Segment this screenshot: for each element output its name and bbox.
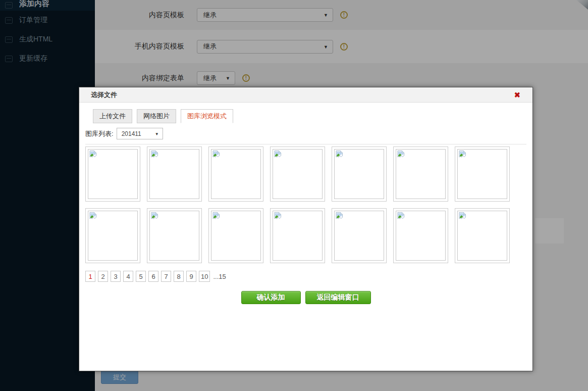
thumbnail-frame [211,149,261,199]
thumbnail-frame [457,149,507,199]
gallery-thumbnail[interactable] [147,146,202,202]
gallery-thumbnail[interactable] [208,208,263,263]
page-number-label: 10 [201,273,208,280]
page-root: 添加内容 订单管理 生成HTML 更新缓存 内容页模板 [0,0,588,391]
page-number-label: 3 [114,273,117,280]
gallery-thumbnail[interactable] [332,146,387,202]
back-to-editor-button[interactable]: 返回编辑窗口 [305,291,371,304]
dialog-body: 上传文件 网络图片 图库浏览模式 图库列表: 201411 ▼ [79,103,532,310]
gallery-thumbnail[interactable] [455,208,510,263]
gallery-selected-value: 201411 [122,130,141,137]
broken-image-icon [397,212,404,220]
broken-image-icon [274,151,281,158]
broken-image-icon [89,212,96,220]
page-number-button[interactable]: 4 [123,271,133,282]
pagination-more-link[interactable]: ...15 [213,273,226,280]
page-number-label: 7 [164,273,168,280]
page-number-button[interactable]: 8 [174,271,184,282]
select-file-dialog: 选择文件 ✖ 上传文件 网络图片 图库浏览模式 [79,87,533,371]
broken-image-icon [151,212,158,220]
page-number-button[interactable]: 9 [186,271,196,282]
dialog-title: 选择文件 [79,90,117,100]
dialog-tabs: 上传文件 网络图片 图库浏览模式 [93,109,526,123]
page-number-button[interactable]: 7 [161,271,171,282]
page-number-label: 2 [101,273,104,280]
gallery-thumbnail[interactable] [332,208,387,263]
chevron-down-icon: ▼ [155,132,159,136]
gallery-thumbnail[interactable] [270,208,325,263]
dialog-actions: 确认添加 返回编辑窗口 [85,291,526,304]
thumbnail-grid-row-1 [85,146,526,202]
thumbnail-frame [334,149,384,199]
thumbnail-frame [149,149,199,199]
gallery-thumbnail[interactable] [455,146,510,202]
thumbnail-grid-row-2 [85,208,526,263]
pagination: 1 2 3 4 [85,271,526,282]
broken-image-icon [459,151,466,158]
page-number-label: 8 [177,273,180,280]
gallery-thumbnail[interactable] [208,146,263,202]
broken-image-icon [336,212,343,220]
page-number-label: 9 [189,273,193,280]
thumbnail-frame [273,149,323,199]
gallery-thumbnail[interactable] [270,146,325,202]
broken-image-icon [397,151,404,158]
page-number-button[interactable]: 5 [136,271,146,282]
page-number-label: 6 [151,273,155,280]
page-number-button[interactable]: 10 [199,271,210,282]
broken-image-icon [151,151,158,158]
page-number-label: 4 [126,273,130,280]
broken-image-icon [459,212,466,220]
page-number-button[interactable]: 1 [85,271,95,282]
thumbnail-frame [149,211,199,261]
confirm-add-button[interactable]: 确认添加 [241,291,301,304]
gallery-list-row: 图库列表: 201411 ▼ [85,128,526,144]
thumbnail-frame [396,211,446,261]
tab-label: 图库浏览模式 [187,112,227,120]
broken-image-icon [336,151,343,158]
thumbnail-frame [88,149,138,199]
page-number-button[interactable]: 2 [98,271,108,282]
thumbnail-frame [211,211,261,261]
gallery-list-label: 图库列表: [85,129,114,138]
dialog-tab[interactable]: 网络图片 [137,109,176,123]
tab-label: 上传文件 [99,112,126,120]
thumbnail-frame [396,149,446,199]
thumbnail-frame [88,211,138,261]
broken-image-icon [212,151,220,158]
thumbnail-frame [457,211,507,261]
page-number-label: 1 [88,273,92,280]
dialog-tab[interactable]: 图库浏览模式 [181,109,233,123]
gallery-list-select[interactable]: 201411 ▼ [117,128,163,139]
gallery-thumbnail[interactable] [393,146,448,202]
page-number-button[interactable]: 3 [111,271,121,282]
gallery-thumbnail[interactable] [85,146,140,202]
thumbnail-frame [334,211,384,261]
thumbnail-frame [273,211,323,261]
dialog-tab[interactable]: 上传文件 [93,109,132,123]
gallery-thumbnail[interactable] [393,208,448,263]
dialog-header: 选择文件 [79,87,532,103]
broken-image-icon [274,212,281,220]
close-icon[interactable]: ✖ [514,90,520,100]
gallery-thumbnail[interactable] [85,208,140,263]
broken-image-icon [212,212,220,220]
page-number-button[interactable]: 6 [148,271,158,282]
page-number-label: 5 [139,273,142,280]
broken-image-icon [89,151,96,158]
tab-label: 网络图片 [143,112,170,120]
gallery-thumbnail[interactable] [147,208,202,263]
